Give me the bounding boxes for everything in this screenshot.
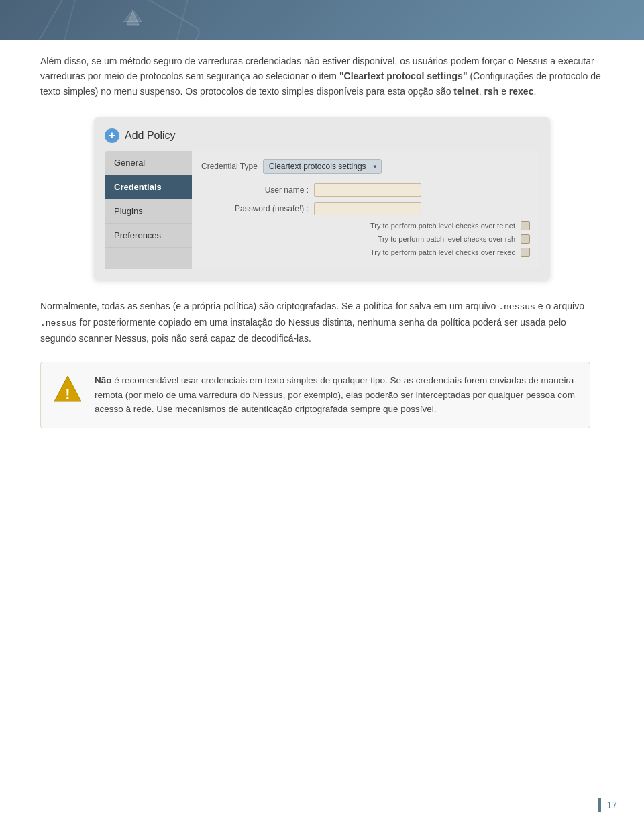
checkbox-rexec[interactable] (521, 248, 530, 257)
checkbox-rsh[interactable] (521, 234, 530, 244)
paragraph1-rsh: rsh (484, 86, 498, 97)
dialog-main-panel: Credential Type Cleartext protocols sett… (192, 151, 539, 269)
page-number: 17 (606, 799, 617, 810)
add-policy-icon (105, 128, 119, 143)
credential-type-select-wrapper[interactable]: Cleartext protocols settings (263, 159, 382, 174)
checkbox-rsh-row: Try to perform patch level checks over r… (201, 234, 530, 244)
warning-text: Não é recomendável usar credenciais em t… (95, 373, 579, 417)
header-background (0, 0, 644, 40)
paragraph1-telnet: telnet (453, 86, 478, 97)
dialog-sidebar: General Credentials Plugins Preferences (105, 151, 192, 269)
checkbox-rsh-label: Try to perform patch level checks over r… (201, 235, 515, 243)
password-row: Password (unsafe!) : (201, 202, 530, 215)
sidebar-item-credentials[interactable]: Credentials (105, 175, 192, 199)
add-policy-bar: Add Policy (105, 128, 539, 143)
page-number-bar (598, 798, 601, 812)
sidebar-item-preferences[interactable]: Preferences (105, 224, 192, 248)
dialog-title: Add Policy (125, 130, 176, 142)
sidebar-item-plugins[interactable]: Plugins (105, 199, 192, 224)
main-content: Além disso, se um método seguro de varre… (0, 0, 644, 455)
paragraph1-rexec: rexec (509, 86, 534, 97)
paragraph2-code1: .nessus (498, 302, 535, 312)
checkbox-telnet[interactable] (521, 221, 530, 230)
username-row: User name : (201, 183, 530, 197)
warning-icon-container: ! (52, 373, 84, 405)
credential-type-select[interactable]: Cleartext protocols settings (263, 159, 382, 174)
password-input[interactable] (314, 202, 421, 215)
credential-type-label: Credential Type (201, 162, 258, 171)
warning-triangle-icon: ! (52, 373, 84, 405)
checkbox-telnet-label: Try to perform patch level checks over t… (201, 222, 515, 230)
username-input[interactable] (314, 183, 421, 197)
dialog-body: General Credentials Plugins Preferences … (105, 151, 539, 269)
checkbox-rexec-row: Try to perform patch level checks over r… (201, 248, 530, 257)
paragraph2-start: Normalmente, todas as senhas (e a própri… (40, 301, 498, 311)
svg-text:!: ! (65, 385, 70, 402)
warning-body: é recomendável usar credenciais em texto… (95, 375, 575, 414)
paragraph1-and: e (498, 86, 509, 97)
paragraph2-mid: e o arquivo (535, 301, 584, 311)
warning-box: ! Não é recomendável usar credenciais em… (40, 362, 590, 428)
sidebar-item-general[interactable]: General (105, 151, 192, 175)
paragraph-2: Normalmente, todas as senhas (e a própri… (40, 299, 604, 346)
checkbox-telnet-row: Try to perform patch level checks over t… (201, 221, 530, 230)
paragraph2-rest: for posteriormente copiado em uma instal… (40, 317, 566, 344)
paragraph1-bold: "Cleartext protocol settings" (339, 70, 468, 81)
paragraph2-code2: .nessus (40, 318, 77, 328)
page-number-area: 17 (598, 798, 617, 812)
dialog-container: Add Policy General Credentials Plugins P… (94, 117, 550, 280)
paragraph1-end: . (533, 86, 536, 97)
checkbox-rexec-label: Try to perform patch level checks over r… (201, 248, 515, 256)
warning-bold: Não (95, 375, 112, 385)
password-label: Password (unsafe!) : (201, 204, 309, 213)
username-label: User name : (201, 185, 309, 195)
credential-type-row: Credential Type Cleartext protocols sett… (201, 159, 530, 174)
paragraph-1: Além disso, se um método seguro de varre… (40, 54, 604, 99)
nessus-logo (121, 7, 145, 31)
